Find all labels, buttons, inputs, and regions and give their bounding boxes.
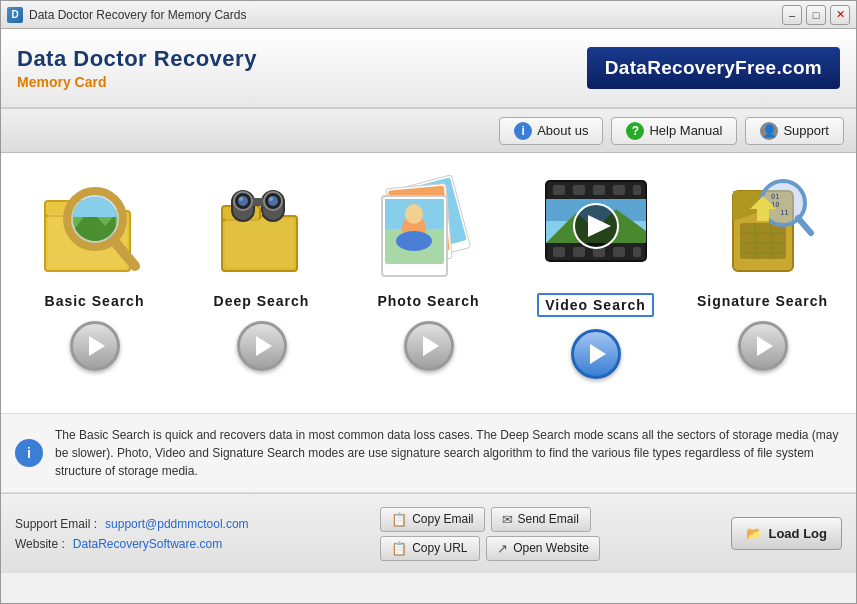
search-options-panel: Basic Search Deep S xyxy=(1,153,856,413)
basic-search-label: Basic Search xyxy=(45,293,145,309)
help-icon: ? xyxy=(626,122,644,140)
send-email-label: Send Email xyxy=(518,512,579,526)
svg-point-31 xyxy=(405,204,423,224)
basic-search-play-button[interactable] xyxy=(70,321,120,371)
info-text: The Basic Search is quick and recovers d… xyxy=(55,426,842,480)
video-search-option[interactable]: Video Search xyxy=(521,171,671,379)
minimize-button[interactable]: – xyxy=(782,5,802,25)
svg-line-58 xyxy=(798,218,811,233)
signature-search-image: 01 10 11 xyxy=(708,171,818,281)
website-label: Website : xyxy=(15,537,65,551)
svg-point-18 xyxy=(238,196,248,206)
open-website-label: Open Website xyxy=(513,541,589,555)
footer-btn-row-2: 📋 Copy URL ↗ Open Website xyxy=(380,536,600,561)
nav-bar: i About us ? Help Manual 👤 Support xyxy=(1,109,856,153)
svg-point-19 xyxy=(268,196,278,206)
info-icon: i xyxy=(514,122,532,140)
photo-search-option[interactable]: Photo Search xyxy=(354,171,504,371)
copy-email-icon: 📋 xyxy=(391,512,407,527)
svg-rect-43 xyxy=(633,247,641,257)
svg-rect-39 xyxy=(553,247,565,257)
photo-search-play-button[interactable] xyxy=(404,321,454,371)
copy-url-icon: 📋 xyxy=(391,541,407,556)
signature-search-icon: 01 10 11 xyxy=(708,171,818,281)
svg-text:01: 01 xyxy=(771,193,779,201)
deep-search-image xyxy=(207,171,317,281)
footer-contact-info: Support Email : support@pddmmctool.com W… xyxy=(15,517,249,551)
svg-text:11: 11 xyxy=(780,209,788,217)
load-log-icon: 📂 xyxy=(746,526,762,541)
load-log-label: Load Log xyxy=(768,526,827,541)
video-search-image xyxy=(541,171,651,281)
brand-badge: DataRecoveryFree.com xyxy=(587,47,840,89)
support-email-link[interactable]: support@pddmmctool.com xyxy=(105,517,249,531)
app-icon: D xyxy=(7,7,23,23)
svg-rect-38 xyxy=(633,185,641,195)
copy-url-label: Copy URL xyxy=(412,541,467,555)
website-link[interactable]: DataRecoverySoftware.com xyxy=(73,537,222,551)
support-label: Support xyxy=(783,123,829,138)
copy-email-label: Copy Email xyxy=(412,512,473,526)
copy-email-button[interactable]: 📋 Copy Email xyxy=(380,507,484,532)
svg-rect-63 xyxy=(757,209,769,221)
svg-rect-37 xyxy=(613,185,625,195)
deep-search-option[interactable]: Deep Search xyxy=(187,171,337,371)
app-title: Data Doctor Recovery xyxy=(17,46,257,72)
open-website-button[interactable]: ↗ Open Website xyxy=(486,536,600,561)
help-manual-button[interactable]: ? Help Manual xyxy=(611,117,737,145)
signature-search-label: Signature Search xyxy=(697,293,828,309)
deep-search-icon xyxy=(207,171,317,281)
svg-point-20 xyxy=(239,197,243,201)
svg-rect-35 xyxy=(573,185,585,195)
deep-search-play-button[interactable] xyxy=(237,321,287,371)
send-email-icon: ✉ xyxy=(502,512,513,527)
info-icon: i xyxy=(15,439,43,467)
basic-search-image xyxy=(40,171,150,281)
photo-search-icon xyxy=(374,171,484,281)
support-email-label: Support Email : xyxy=(15,517,97,531)
svg-point-32 xyxy=(396,231,432,251)
svg-rect-42 xyxy=(613,247,625,257)
app-header: Data Doctor Recovery Memory Card DataRec… xyxy=(1,29,856,109)
signature-search-play-button[interactable] xyxy=(738,321,788,371)
open-website-icon: ↗ xyxy=(497,541,508,556)
video-search-icon xyxy=(541,171,651,281)
basic-search-option[interactable]: Basic Search xyxy=(20,171,170,371)
video-search-play-button[interactable] xyxy=(571,329,621,379)
load-log-button[interactable]: 📂 Load Log xyxy=(731,517,842,550)
play-arrow-icon xyxy=(256,336,272,356)
footer-action-buttons: 📋 Copy Email ✉ Send Email 📋 Copy URL ↗ O… xyxy=(380,507,600,561)
svg-rect-36 xyxy=(593,185,605,195)
support-email-row: Support Email : support@pddmmctool.com xyxy=(15,517,249,531)
footer-btn-row-1: 📋 Copy Email ✉ Send Email xyxy=(380,507,600,532)
svg-rect-34 xyxy=(553,185,565,195)
window-controls[interactable]: – □ ✕ xyxy=(782,5,850,25)
svg-point-21 xyxy=(269,197,273,201)
signature-search-option[interactable]: 01 10 11 Signature Search xyxy=(688,171,838,371)
app-title-block: Data Doctor Recovery Memory Card xyxy=(17,46,257,90)
support-icon: 👤 xyxy=(760,122,778,140)
website-row: Website : DataRecoverySoftware.com xyxy=(15,537,249,551)
play-arrow-icon xyxy=(89,336,105,356)
about-us-button[interactable]: i About us xyxy=(499,117,603,145)
photo-search-label: Photo Search xyxy=(377,293,479,309)
svg-rect-40 xyxy=(573,247,585,257)
send-email-button[interactable]: ✉ Send Email xyxy=(491,507,591,532)
play-arrow-icon xyxy=(590,344,606,364)
title-bar-text: Data Doctor Recovery for Memory Cards xyxy=(29,8,246,22)
title-bar: D Data Doctor Recovery for Memory Cards … xyxy=(1,1,856,29)
help-manual-label: Help Manual xyxy=(649,123,722,138)
app-subtitle: Memory Card xyxy=(17,74,257,90)
close-button[interactable]: ✕ xyxy=(830,5,850,25)
deep-search-label: Deep Search xyxy=(214,293,310,309)
photo-search-image xyxy=(374,171,484,281)
maximize-button[interactable]: □ xyxy=(806,5,826,25)
info-bar: i The Basic Search is quick and recovers… xyxy=(1,413,856,493)
play-arrow-icon xyxy=(423,336,439,356)
play-arrow-icon xyxy=(757,336,773,356)
copy-url-button[interactable]: 📋 Copy URL xyxy=(380,536,480,561)
support-button[interactable]: 👤 Support xyxy=(745,117,844,145)
basic-search-icon xyxy=(40,171,150,281)
svg-rect-12 xyxy=(225,219,294,268)
video-search-label: Video Search xyxy=(537,293,653,317)
